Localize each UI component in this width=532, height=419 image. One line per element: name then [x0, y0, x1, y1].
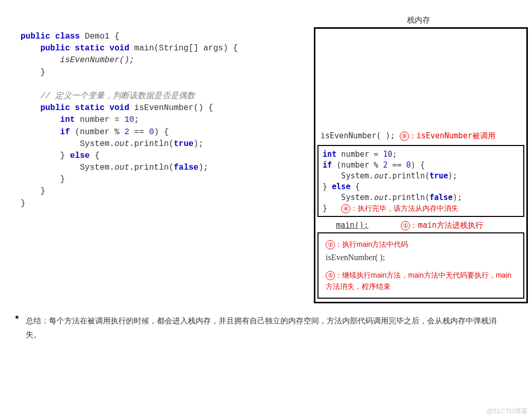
stack-empty-top — [315, 29, 526, 129]
main-frame: ②：执行main方法中代码 isEvenNumber( ); ⑤：继续执行mai… — [317, 232, 524, 299]
main-frame-label: main(); ①：main方法进栈执行 — [315, 219, 526, 231]
bullet-icon — [15, 316, 19, 319]
stack-box: isEvenNumber( ); ③：isEvenNumber被调用 int n… — [314, 27, 528, 303]
source-code: public class Demo1 { public static void … — [21, 31, 309, 210]
isevennumber-frame: int number = 10; if (number % 2 == 0) { … — [317, 145, 524, 217]
summary-text: 总结：每个方法在被调用执行的时候，都会进入栈内存，并且拥有自己独立的内存空间，方… — [0, 308, 532, 352]
step-5-text: ：继续执行main方法，main方法中无代码要执行，main方法消失，程序结束 — [326, 271, 511, 290]
step-1-badge: ① — [401, 221, 410, 230]
step-4-text: ：执行完毕，该方法从内存中消失 — [350, 204, 458, 212]
step-2-text: ：执行main方法中代码 — [335, 240, 408, 248]
isevennumber-call-line: isEvenNumber( ); ③：isEvenNumber被调用 — [315, 129, 526, 144]
step-3-badge: ③ — [400, 132, 409, 141]
step-5-badge: ⑤ — [326, 271, 335, 280]
step-1-text: ：main方法进栈执行 — [410, 221, 483, 230]
step-3-text: ：isEvenNumber被调用 — [409, 131, 495, 140]
main-frame-call: isEvenNumber( ); — [326, 250, 518, 269]
stack-diagram: 栈内存 isEvenNumber( ); ③：isEvenNumber被调用 i… — [309, 10, 528, 303]
step-2-badge: ② — [326, 240, 335, 249]
step-4-badge: ④ — [341, 204, 350, 213]
stack-title: 栈内存 — [309, 15, 528, 25]
code-block: public class Demo1 { public static void … — [5, 10, 309, 210]
